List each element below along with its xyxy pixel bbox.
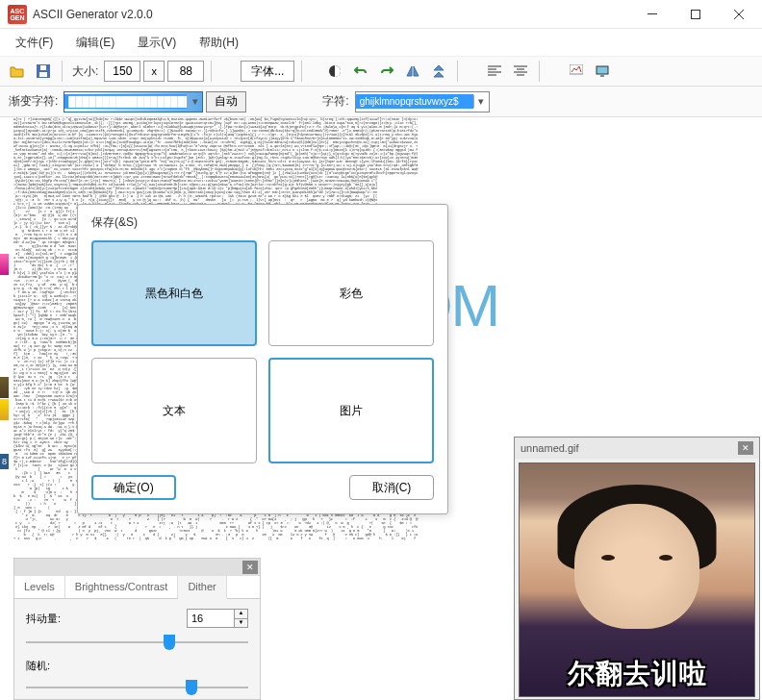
- menubar: 文件(F) 编辑(E) 显示(V) 帮助(H): [0, 29, 762, 56]
- font-button[interactable]: 字体...: [241, 61, 294, 82]
- tab-brightness-contrast[interactable]: Brightness/Contrast: [65, 576, 179, 598]
- window-title: ASCII Generator v2.0.0: [33, 8, 630, 21]
- random-slider[interactable]: [26, 679, 248, 696]
- option-image[interactable]: 图片: [268, 358, 434, 463]
- preview-close-button[interactable]: ✕: [738, 441, 753, 455]
- preview-image: 尔翻去训啦: [519, 462, 755, 697]
- chars-combo[interactable]: ghijklmnopqrstuvwxyz$ ▾: [355, 91, 490, 112]
- svg-rect-1: [691, 10, 699, 18]
- marker-pink: [0, 254, 9, 275]
- option-bw[interactable]: 黑色和白色: [91, 240, 257, 346]
- color-picker-button[interactable]: [565, 60, 588, 83]
- dither-value-input[interactable]: [187, 609, 235, 628]
- monitor-button[interactable]: [591, 60, 614, 83]
- window-controls: [630, 0, 760, 29]
- undo-button[interactable]: [349, 60, 372, 83]
- auto-button[interactable]: 自动: [206, 91, 246, 112]
- minimize-button[interactable]: [630, 0, 673, 29]
- menu-file[interactable]: 文件(F): [6, 31, 63, 55]
- image-preview-window: unnamed.gif ✕ 尔翻去训啦: [514, 437, 760, 700]
- toolbar-1: 大小: x 字体...: [0, 56, 762, 87]
- dither-spinner[interactable]: ▲▼: [235, 609, 248, 628]
- menu-view[interactable]: 显示(V): [128, 31, 186, 55]
- adjustment-panel: ✕ Levels Brightness/Contrast Dither 抖动量:…: [13, 558, 261, 700]
- maximize-button[interactable]: [673, 0, 717, 29]
- tab-levels[interactable]: Levels: [14, 576, 65, 598]
- tab-dither[interactable]: Dither: [178, 576, 226, 599]
- svg-rect-6: [570, 64, 583, 74]
- align-left-button[interactable]: [483, 60, 506, 83]
- app-icon: ASCGEN: [8, 5, 27, 24]
- marker-brown: [0, 377, 9, 398]
- chevron-down-icon: ▾: [473, 95, 489, 108]
- svg-rect-3: [39, 72, 47, 77]
- align-center-button[interactable]: [509, 60, 532, 83]
- svg-rect-8: [600, 75, 604, 77]
- marker-blue: 8: [0, 454, 9, 469]
- width-input[interactable]: [104, 61, 140, 82]
- svg-rect-4: [40, 65, 46, 70]
- save-button[interactable]: [32, 60, 55, 83]
- chars-label: 字符:: [322, 93, 348, 110]
- gradient-combo[interactable]: ████████████████████ ▾: [64, 91, 203, 112]
- dither-slider[interactable]: [26, 634, 248, 651]
- gradient-label: 渐变字符:: [9, 93, 58, 110]
- dialog-title: 保存(&S): [78, 205, 447, 240]
- panel-close-button[interactable]: ✕: [242, 561, 258, 574]
- image-caption: 尔翻去训啦: [520, 656, 754, 692]
- height-input[interactable]: [167, 61, 204, 82]
- save-dialog: 保存(&S) 黑色和白色 彩色 文本 图片 确定(O) 取消(C): [77, 204, 448, 514]
- preview-filename: unnamed.gif: [521, 442, 738, 454]
- random-label: 随机:: [26, 659, 74, 673]
- size-label: 大小:: [72, 63, 98, 80]
- content-area: 8 a{rx ( ?]i%5160g3${![[t.j:*q[,gytv3z[s…: [0, 117, 762, 700]
- flip-h-button[interactable]: [401, 60, 424, 83]
- svg-rect-7: [597, 66, 608, 74]
- chevron-down-icon: ▾: [187, 95, 202, 108]
- menu-edit[interactable]: 编辑(E): [66, 31, 124, 55]
- lock-aspect-button[interactable]: x: [143, 61, 165, 82]
- redo-button[interactable]: [375, 60, 398, 83]
- option-color[interactable]: 彩色: [268, 240, 434, 346]
- svg-rect-0: [648, 13, 657, 14]
- open-button[interactable]: [6, 60, 29, 83]
- close-button[interactable]: [717, 0, 760, 29]
- toolbar-2: 渐变字符: ████████████████████ ▾ 自动 字符: ghij…: [0, 87, 762, 117]
- dither-label: 抖动量:: [26, 612, 74, 626]
- menu-help[interactable]: 帮助(H): [190, 31, 248, 55]
- ok-button[interactable]: 确定(O): [91, 475, 176, 500]
- marker-gold: [0, 399, 9, 420]
- flip-v-button[interactable]: [427, 60, 450, 83]
- invert-button[interactable]: [323, 60, 346, 83]
- option-text[interactable]: 文本: [91, 358, 257, 463]
- cancel-button[interactable]: 取消(C): [349, 475, 434, 500]
- titlebar: ASCGEN ASCII Generator v2.0.0: [0, 0, 762, 29]
